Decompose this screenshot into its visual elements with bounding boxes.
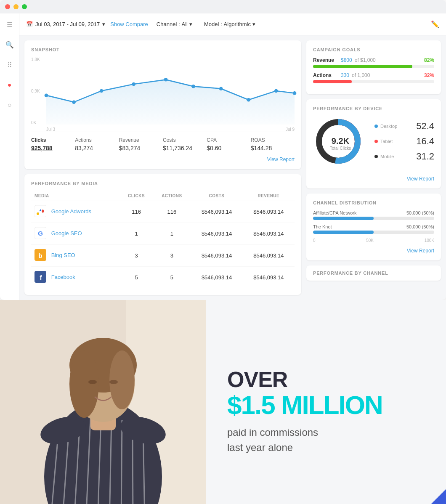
clicks-cell-0: 116 [120,201,153,223]
model-dropdown[interactable]: Model : Algorithmic ▾ [201,19,259,29]
y-axis: 1.8K 0.9K 0K [31,57,45,132]
snapshot-view-report[interactable]: View Report [267,157,295,162]
channel-affiliate-header: Affiliate/CPA Network 50,000 (50%) [313,210,434,215]
photo-side [0,300,206,504]
col-media: MEDIA [31,191,120,201]
goal-actions-pct: 32% [424,72,434,78]
show-compare-button[interactable]: Show Compare [110,21,148,27]
svg-text:G: G [38,230,43,237]
legend-mobile: Mobile 31.2 [374,151,434,162]
stat-actions-value: 83,274 [75,145,119,151]
date-range-picker[interactable]: 📅 Jul 03, 2017 - Jul 09, 2017 ▾ [26,21,105,27]
media-name-1[interactable]: Google SEO [51,230,82,236]
app-body: ☰ 🔍 ⠿ ● ○ 📅 Jul 03, 2017 - Jul 09, 2017 … [0,13,446,300]
goal-actions-of: of 1,000 [352,72,370,78]
corner-triangle [412,489,446,504]
svg-point-39 [109,350,135,409]
menu-icon[interactable]: ☰ [4,19,16,30]
svg-point-9 [293,91,297,95]
paid-line1: paid in commissions [227,427,318,438]
channel-knot-name: The Knot [313,224,332,229]
left-column: SNAPSHOT 1.8K 0.9K 0K [24,40,301,295]
edit-icon[interactable]: ✏️ [431,20,439,28]
svg-point-5 [191,85,195,88]
toolbar: 📅 Jul 03, 2017 - Jul 09, 2017 ▾ Show Com… [19,13,446,35]
costs-cell-3: $546,093.14 [191,267,242,289]
table-row: G Google SEO 1 1 $546,093.14 $546,093.14 [31,223,295,245]
channel-value: All [182,21,188,27]
performance-by-device-card: PERFORMANCE BY DEVICE [306,99,441,188]
svg-point-8 [274,89,278,93]
table-row: Google Adwords 116 116 $546,093.14 $546,… [31,201,295,223]
stat-cpa: CPA $0.60 [207,137,250,151]
media-cell-1: G Google SEO [31,223,120,245]
donut-center: 9.2K Total Clicks [330,136,351,151]
model-value: Algorithmic [224,21,251,27]
search-icon[interactable]: 🔍 [4,39,16,50]
media-table: MEDIA CLICKS ACTIONS COSTS REVENUE [31,191,295,288]
goal-revenue-label: Revenue [313,57,338,63]
channel-distribution-card: CHANNEL DISTRIBUTION Affiliate/CPA Netwo… [306,194,441,260]
goal-revenue-value: $800 [341,57,352,63]
stat-actions-label: Actions [75,137,119,143]
clicks-cell-2: 3 [120,245,153,267]
stat-actions: Actions 83,274 [75,137,119,151]
svg-point-41 [109,380,118,384]
paid-line2: last year alone [227,442,293,453]
table-row: f Facebook 5 5 $546,093.14 $546,093.14 [31,267,295,289]
tablet-value: 16.4 [416,136,434,147]
media-name-3[interactable]: Facebook [51,274,75,280]
alert-icon[interactable]: ● [4,79,16,91]
channel-knot-value: 50,000 (50%) [406,224,434,229]
goal-actions-value: 330 [341,72,349,78]
goal-revenue-header: Revenue $800 of $1,000 82% [313,57,434,63]
col-costs: COSTS [191,191,242,201]
minimize-button[interactable] [13,4,19,9]
grid-icon[interactable]: ⠿ [4,59,16,71]
revenue-cell-2: $546,093.14 [243,245,295,267]
bottom-section: OVER $1.5 MILLION paid in commissions la… [0,300,446,504]
device-legend: Desktop 52.4 Tablet 16.4 [374,121,434,166]
million-text: $1.5 MILLION [227,392,425,418]
table-header-row: MEDIA CLICKS ACTIONS COSTS REVENUE [31,191,295,201]
device-content: 9.2K Total Clicks Desktop 52.4 [313,116,434,171]
media-name-0[interactable]: Google Adwords [51,208,91,215]
actions-cell-1: 1 [153,223,191,245]
stat-costs: Costs $11,736.24 [163,137,207,151]
search2-icon[interactable]: ○ [4,99,16,111]
sidebar: ☰ 🔍 ⠿ ● ○ [0,13,19,300]
channel-view-report[interactable]: View Report [407,248,434,254]
stat-costs-label: Costs [163,137,207,143]
stat-clicks: Clicks 925,788 [31,137,75,151]
campaign-goals-card: CAMPAIGN GOALS Revenue $800 of $1,000 82… [306,40,441,94]
over-text: OVER [227,368,425,392]
goal-revenue-bar-fill [313,65,412,68]
app-window: ☰ 🔍 ⠿ ● ○ 📅 Jul 03, 2017 - Jul 09, 2017 … [0,0,446,300]
goal-actions-bar-fill [313,80,352,83]
costs-cell-2: $546,093.14 [191,245,242,267]
calendar-icon: 📅 [26,21,33,27]
device-view-report[interactable]: View Report [407,176,434,182]
person-photo [0,300,206,504]
channel-affiliate: Affiliate/CPA Network 50,000 (50%) [313,210,434,220]
google-ads-icon [35,205,46,218]
media-name-2[interactable]: Bing SEO [51,252,75,258]
y-label-1: 1.8K [31,57,45,62]
legend-desktop: Desktop 52.4 [374,121,434,132]
date-range-text: Jul 03, 2017 - Jul 09, 2017 [35,21,100,27]
facebook-icon: f [35,271,46,284]
revenue-cell-0: $546,093.14 [243,201,295,223]
channel-knot: The Knot 50,000 (50%) [313,224,434,234]
revenue-cell-3: $546,093.14 [243,267,295,289]
y-label-3: 0K [31,120,45,125]
maximize-button[interactable] [22,4,27,9]
mobile-value: 31.2 [416,151,434,162]
channel-dropdown[interactable]: Channel : All ▾ [153,19,196,29]
media-cell-2: b Bing SEO [31,245,120,267]
stat-costs-value: $11,736.24 [163,145,207,151]
paid-text: paid in commissions last year alone [227,425,425,455]
google-icon: G [35,227,46,240]
actions-cell-0: 116 [153,201,191,223]
close-button[interactable] [5,4,10,9]
table-row: b Bing SEO 3 3 $546,093.14 $546,093.14 [31,245,295,267]
